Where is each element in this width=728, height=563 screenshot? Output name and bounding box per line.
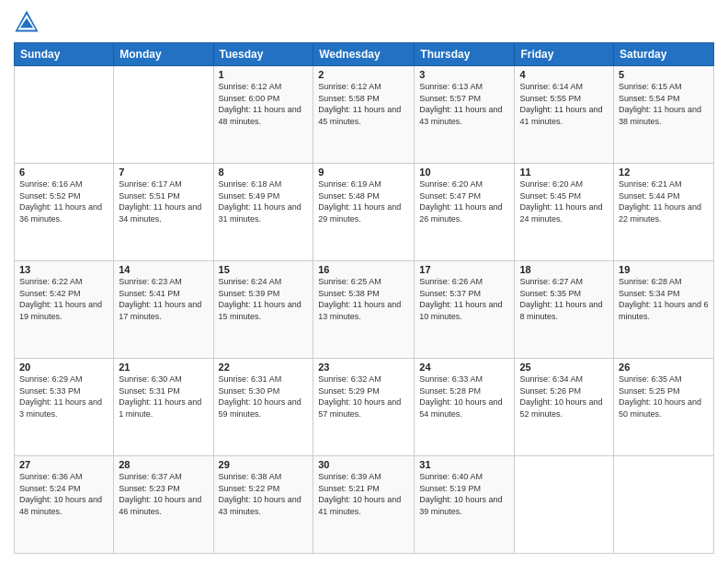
calendar-cell: 7Sunrise: 6:17 AM Sunset: 5:51 PM Daylig… <box>114 164 213 261</box>
calendar-cell: 21Sunrise: 6:30 AM Sunset: 5:31 PM Dayli… <box>114 359 213 456</box>
day-number: 15 <box>219 264 309 275</box>
weekday-header-row: SundayMondayTuesdayWednesdayThursdayFrid… <box>15 43 714 66</box>
calendar-cell: 15Sunrise: 6:24 AM Sunset: 5:39 PM Dayli… <box>213 261 313 359</box>
calendar-cell: 9Sunrise: 6:19 AM Sunset: 5:48 PM Daylig… <box>313 164 415 261</box>
day-number: 25 <box>519 362 609 373</box>
day-info: Sunrise: 6:19 AM Sunset: 5:48 PM Dayligh… <box>318 178 409 224</box>
calendar-week-2: 6Sunrise: 6:16 AM Sunset: 5:52 PM Daylig… <box>15 164 714 261</box>
day-info: Sunrise: 6:20 AM Sunset: 5:45 PM Dayligh… <box>519 178 609 224</box>
day-info: Sunrise: 6:30 AM Sunset: 5:31 PM Dayligh… <box>119 373 208 419</box>
calendar-cell: 24Sunrise: 6:33 AM Sunset: 5:28 PM Dayli… <box>415 359 515 456</box>
day-number: 10 <box>419 167 509 178</box>
day-info: Sunrise: 6:28 AM Sunset: 5:34 PM Dayligh… <box>619 276 709 322</box>
calendar-cell: 28Sunrise: 6:37 AM Sunset: 5:23 PM Dayli… <box>114 456 213 554</box>
weekday-header-monday: Monday <box>114 43 213 66</box>
calendar-cell: 8Sunrise: 6:18 AM Sunset: 5:49 PM Daylig… <box>213 164 313 261</box>
day-number: 1 <box>219 69 309 80</box>
weekday-header-saturday: Saturday <box>614 43 714 66</box>
calendar-cell: 12Sunrise: 6:21 AM Sunset: 5:44 PM Dayli… <box>614 164 714 261</box>
day-number: 24 <box>419 362 509 373</box>
calendar-week-5: 27Sunrise: 6:36 AM Sunset: 5:24 PM Dayli… <box>15 456 714 554</box>
weekday-header-sunday: Sunday <box>15 43 114 66</box>
day-info: Sunrise: 6:38 AM Sunset: 5:22 PM Dayligh… <box>219 471 309 517</box>
day-number: 14 <box>119 264 208 275</box>
day-info: Sunrise: 6:17 AM Sunset: 5:51 PM Dayligh… <box>119 178 208 224</box>
day-number: 18 <box>519 264 609 275</box>
day-info: Sunrise: 6:32 AM Sunset: 5:29 PM Dayligh… <box>318 373 409 419</box>
calendar-cell: 26Sunrise: 6:35 AM Sunset: 5:25 PM Dayli… <box>614 359 714 456</box>
day-info: Sunrise: 6:35 AM Sunset: 5:25 PM Dayligh… <box>619 373 709 419</box>
calendar-cell: 11Sunrise: 6:20 AM Sunset: 5:45 PM Dayli… <box>515 164 614 261</box>
day-number: 5 <box>619 69 709 80</box>
calendar-week-1: 1Sunrise: 6:12 AM Sunset: 6:00 PM Daylig… <box>15 66 714 164</box>
day-info: Sunrise: 6:36 AM Sunset: 5:24 PM Dayligh… <box>19 471 108 517</box>
calendar-cell: 5Sunrise: 6:15 AM Sunset: 5:54 PM Daylig… <box>614 66 714 164</box>
day-info: Sunrise: 6:12 AM Sunset: 6:00 PM Dayligh… <box>219 81 309 127</box>
day-info: Sunrise: 6:14 AM Sunset: 5:55 PM Dayligh… <box>519 81 609 127</box>
calendar-cell: 1Sunrise: 6:12 AM Sunset: 6:00 PM Daylig… <box>213 66 313 164</box>
calendar-week-4: 20Sunrise: 6:29 AM Sunset: 5:33 PM Dayli… <box>15 359 714 456</box>
day-info: Sunrise: 6:24 AM Sunset: 5:39 PM Dayligh… <box>219 276 309 322</box>
day-number: 31 <box>419 459 509 470</box>
day-info: Sunrise: 6:21 AM Sunset: 5:44 PM Dayligh… <box>619 178 709 224</box>
calendar-table: SundayMondayTuesdayWednesdayThursdayFrid… <box>14 42 714 554</box>
day-info: Sunrise: 6:27 AM Sunset: 5:35 PM Dayligh… <box>519 276 609 322</box>
day-number: 28 <box>119 459 208 470</box>
day-number: 19 <box>619 264 709 275</box>
calendar-cell: 23Sunrise: 6:32 AM Sunset: 5:29 PM Dayli… <box>313 359 415 456</box>
calendar-cell <box>114 66 213 164</box>
day-number: 30 <box>318 459 409 470</box>
day-info: Sunrise: 6:31 AM Sunset: 5:30 PM Dayligh… <box>219 373 309 419</box>
weekday-header-wednesday: Wednesday <box>313 43 415 66</box>
day-number: 22 <box>219 362 309 373</box>
calendar-week-3: 13Sunrise: 6:22 AM Sunset: 5:42 PM Dayli… <box>15 261 714 359</box>
day-number: 11 <box>519 167 609 178</box>
calendar-cell <box>15 66 114 164</box>
day-info: Sunrise: 6:15 AM Sunset: 5:54 PM Dayligh… <box>619 81 709 127</box>
calendar-cell: 27Sunrise: 6:36 AM Sunset: 5:24 PM Dayli… <box>15 456 114 554</box>
calendar-cell: 16Sunrise: 6:25 AM Sunset: 5:38 PM Dayli… <box>313 261 415 359</box>
day-number: 4 <box>519 69 609 80</box>
day-number: 29 <box>219 459 309 470</box>
day-info: Sunrise: 6:22 AM Sunset: 5:42 PM Dayligh… <box>19 276 108 322</box>
day-info: Sunrise: 6:29 AM Sunset: 5:33 PM Dayligh… <box>19 373 108 419</box>
day-info: Sunrise: 6:20 AM Sunset: 5:47 PM Dayligh… <box>419 178 509 224</box>
calendar-cell: 14Sunrise: 6:23 AM Sunset: 5:41 PM Dayli… <box>114 261 213 359</box>
calendar-cell: 17Sunrise: 6:26 AM Sunset: 5:37 PM Dayli… <box>415 261 515 359</box>
day-number: 20 <box>19 362 108 373</box>
day-info: Sunrise: 6:33 AM Sunset: 5:28 PM Dayligh… <box>419 373 509 419</box>
day-number: 8 <box>219 167 309 178</box>
page: SundayMondayTuesdayWednesdayThursdayFrid… <box>0 0 728 563</box>
calendar-cell <box>614 456 714 554</box>
day-info: Sunrise: 6:37 AM Sunset: 5:23 PM Dayligh… <box>119 471 208 517</box>
day-info: Sunrise: 6:40 AM Sunset: 5:19 PM Dayligh… <box>419 471 509 517</box>
calendar-cell: 3Sunrise: 6:13 AM Sunset: 5:57 PM Daylig… <box>415 66 515 164</box>
day-info: Sunrise: 6:16 AM Sunset: 5:52 PM Dayligh… <box>19 178 108 224</box>
calendar-cell: 30Sunrise: 6:39 AM Sunset: 5:21 PM Dayli… <box>313 456 415 554</box>
day-number: 3 <box>419 69 509 80</box>
day-number: 12 <box>619 167 709 178</box>
day-info: Sunrise: 6:23 AM Sunset: 5:41 PM Dayligh… <box>119 276 208 322</box>
weekday-header-thursday: Thursday <box>415 43 515 66</box>
day-number: 27 <box>19 459 108 470</box>
day-info: Sunrise: 6:25 AM Sunset: 5:38 PM Dayligh… <box>318 276 409 322</box>
day-number: 16 <box>318 264 409 275</box>
day-info: Sunrise: 6:18 AM Sunset: 5:49 PM Dayligh… <box>219 178 309 224</box>
day-info: Sunrise: 6:12 AM Sunset: 5:58 PM Dayligh… <box>318 81 409 127</box>
calendar-cell <box>515 456 614 554</box>
day-number: 26 <box>619 362 709 373</box>
calendar-cell: 31Sunrise: 6:40 AM Sunset: 5:19 PM Dayli… <box>415 456 515 554</box>
day-info: Sunrise: 6:34 AM Sunset: 5:26 PM Dayligh… <box>519 373 609 419</box>
calendar-cell: 22Sunrise: 6:31 AM Sunset: 5:30 PM Dayli… <box>213 359 313 456</box>
calendar-cell: 4Sunrise: 6:14 AM Sunset: 5:55 PM Daylig… <box>515 66 614 164</box>
calendar-cell: 13Sunrise: 6:22 AM Sunset: 5:42 PM Dayli… <box>15 261 114 359</box>
calendar-cell: 19Sunrise: 6:28 AM Sunset: 5:34 PM Dayli… <box>614 261 714 359</box>
logo-icon <box>14 9 40 35</box>
weekday-header-friday: Friday <box>515 43 614 66</box>
day-info: Sunrise: 6:26 AM Sunset: 5:37 PM Dayligh… <box>419 276 509 322</box>
calendar-cell: 29Sunrise: 6:38 AM Sunset: 5:22 PM Dayli… <box>213 456 313 554</box>
day-number: 7 <box>119 167 208 178</box>
day-number: 23 <box>318 362 409 373</box>
calendar-cell: 6Sunrise: 6:16 AM Sunset: 5:52 PM Daylig… <box>15 164 114 261</box>
calendar-cell: 18Sunrise: 6:27 AM Sunset: 5:35 PM Dayli… <box>515 261 614 359</box>
